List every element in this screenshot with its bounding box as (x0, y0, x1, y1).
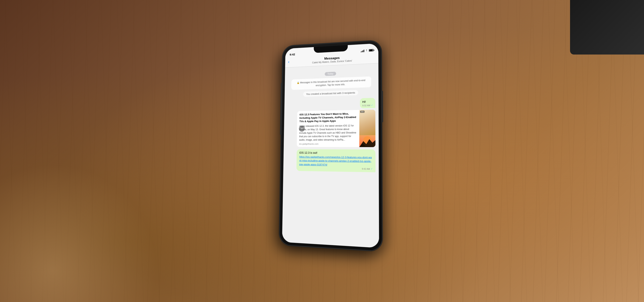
mountain-svg (359, 135, 376, 147)
hand-area (0, 146, 175, 302)
wifi-icon: ⇡ (365, 49, 368, 52)
battery-icon (369, 49, 374, 52)
phone-wrapper: 9:42 ⇡ ‹ Messa (279, 40, 382, 251)
message-row-link: ↩ iOS 12.3 Features You Don't Want to Mi… (286, 109, 375, 148)
url-bubble-time: 9:42 AM (362, 167, 370, 170)
url-pretext: iOS 12.3 is out! (299, 151, 372, 154)
share-button[interactable]: ↩ (299, 125, 305, 131)
phone-body: 9:42 ⇡ ‹ Messa (279, 40, 382, 251)
status-time: 9:42 (290, 53, 295, 56)
signal-bars-icon (361, 49, 364, 52)
signal-bar-3 (362, 50, 363, 52)
battery-fill (369, 49, 373, 51)
bubble-hi: Hi! 9:32 AM ✓ (360, 98, 375, 108)
bubble-hi-time: 9:32 AM (362, 104, 370, 107)
link-preview-image-inner: iOS (359, 109, 376, 147)
checkmark-hi: ✓ (371, 104, 373, 106)
chat-area[interactable]: Today 🔒 Messages to this broadcast list … (282, 66, 379, 248)
link-preview-desc: Apple released iOS 12.3, the latest vers… (299, 124, 357, 141)
system-message-text: Messages to this broadcast list are now … (300, 79, 365, 87)
link-preview-card[interactable]: ↩ iOS 12.3 Features You Don't Want to Mi… (297, 109, 376, 147)
lock-icon: 🔒 (296, 81, 299, 84)
background-object (570, 0, 644, 55)
ios-label: iOS (360, 111, 364, 113)
broadcast-notice: You created a broadcast list with 3 reci… (289, 89, 373, 97)
signal-bar-1 (361, 51, 361, 52)
link-preview-title: iOS 12.3 Features You Don't Want to Miss… (299, 112, 357, 123)
system-bubble: 🔒 Messages to this broadcast list are no… (291, 76, 371, 90)
system-message[interactable]: 🔒 Messages to this broadcast list are no… (291, 76, 371, 90)
url-bubble: iOS 12.3 is out! https://ios.gadgethacks… (296, 149, 376, 172)
link-preview-content: iOS 12.3 Features You Don't Want to Miss… (297, 110, 359, 147)
link-preview-domain: ios.gadgethacks.com (299, 143, 357, 145)
date-pill: Today (325, 72, 336, 76)
signal-bar-2 (362, 51, 362, 52)
link-preview-image: iOS (359, 109, 376, 147)
signal-bar-4 (364, 50, 364, 52)
phone-screen: 9:42 ⇡ ‹ Messa (282, 43, 379, 248)
url-link[interactable]: https://ios.gadgethacks.com/news/ios-12-… (299, 155, 373, 167)
bubble-hi-meta: 9:32 AM ✓ (362, 104, 373, 107)
message-row-hi: Hi! 9:32 AM ✓ (287, 98, 375, 110)
status-icons: ⇡ (361, 49, 374, 52)
broadcast-pill: You created a broadcast list with 3 reci… (303, 90, 358, 97)
checkmark-url: ✓ (371, 167, 372, 170)
date-separator: Today (288, 70, 375, 77)
message-row-url: iOS 12.3 is out! https://ios.gadgethacks… (286, 149, 376, 172)
back-button[interactable]: ‹ (288, 59, 290, 64)
link-preview-inner: iOS 12.3 Features You Don't Want to Miss… (297, 109, 376, 147)
bubble-hi-text: Hi! (362, 99, 373, 104)
